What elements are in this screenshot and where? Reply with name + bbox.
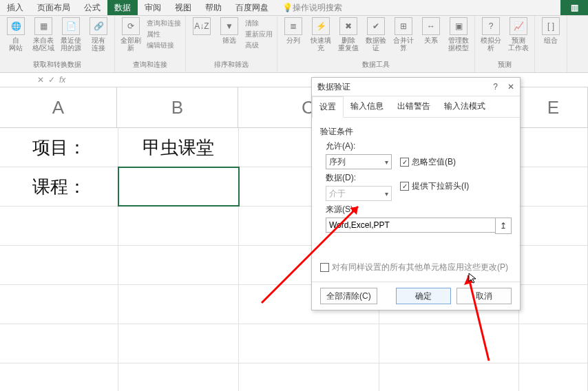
dropdown-checkbox[interactable]: ✓提供下拉箭头(I) [400, 180, 469, 192]
reapply-sub[interactable]: 重新应用 [245, 30, 273, 39]
ribbon-group-datatools: ≣分列 ⚡快速填充 ✖删除重复值 ✔数据验证 ⊞合并计算 ↔关系 ▣管理数据模型… [277, 16, 475, 72]
fx-icon[interactable]: fx [59, 75, 65, 85]
chevron-down-icon: ▾ [385, 158, 388, 166]
tab-settings[interactable]: 设置 [312, 96, 344, 118]
col-header-b[interactable]: B [117, 87, 238, 127]
tab-pagelayout[interactable]: 页面布局 [30, 0, 77, 15]
menu-bar: 插入 页面布局 公式 数据 审阅 视图 帮助 百度网盘 💡 操作说明搜索 ▥ [0, 0, 588, 16]
cell[interactable] [519, 363, 588, 391]
properties-sub[interactable]: 属性 [147, 30, 181, 39]
data-select: 介于▾ [326, 186, 392, 201]
clear-all-button[interactable]: 全部清除(C) [320, 288, 377, 304]
tab-help[interactable]: 帮助 [198, 0, 229, 15]
advanced-sub[interactable]: 高级 [245, 41, 273, 50]
cursor-icon [468, 273, 479, 284]
forecast-sheet-button[interactable]: 📈预测工作表 [507, 17, 530, 52]
cell[interactable] [0, 207, 118, 245]
cell[interactable] [239, 324, 379, 363]
ribbon: 🌐自网站 ▦来自表格/区域 📄最近使用的源 🔗现有连接 获取和转换数据 ⟳全部刷… [0, 16, 588, 73]
cell[interactable] [379, 324, 519, 363]
tab-data[interactable]: 数据 [107, 0, 138, 15]
ribbon-group-getdata: 🌐自网站 ▦来自表格/区域 📄最近使用的源 🔗现有连接 获取和转换数据 [0, 16, 115, 72]
cell[interactable] [118, 207, 240, 245]
cell[interactable] [0, 285, 118, 324]
section-label: 验证条件 [320, 126, 512, 138]
cell[interactable] [519, 207, 588, 245]
range-picker-icon[interactable]: ↥ [495, 218, 512, 234]
ignore-blank-label: 忽略空值(B) [412, 156, 456, 168]
apply-changes-label: 对有同样设置的所有其他单元格应用这些更改(P) [332, 262, 508, 273]
cell[interactable] [519, 324, 588, 363]
from-table-button[interactable]: ▦来自表格/区域 [32, 17, 55, 52]
cell[interactable] [239, 363, 379, 391]
group-label: 预测 [479, 60, 530, 71]
cell-a1[interactable]: 项目： [0, 128, 118, 167]
excel-logo-icon: ▥ [560, 0, 588, 15]
apply-changes-checkbox[interactable]: 对有同样设置的所有其他单元格应用这些更改(P) [320, 262, 512, 273]
chevron-down-icon: ▾ [385, 190, 388, 198]
cell-e1[interactable] [519, 128, 588, 167]
cell-b1[interactable]: 甲虫课堂 [118, 128, 240, 167]
group-label [539, 70, 563, 71]
source-input[interactable] [326, 218, 495, 233]
search-hint-label: 操作说明搜索 [293, 2, 342, 14]
cell[interactable] [118, 285, 240, 324]
from-web-button[interactable]: 🌐自网站 [4, 17, 28, 52]
relationships-button[interactable]: ↔关系 [419, 17, 443, 44]
ribbon-group-queries: ⟳全部刷新 查询和连接 属性 编辑链接 查询和连接 [115, 16, 186, 72]
cell[interactable] [0, 246, 118, 284]
sort-button[interactable]: A↓Z [190, 17, 213, 36]
col-header-a[interactable]: A [0, 87, 117, 127]
flash-fill-button[interactable]: ⚡快速填充 [309, 17, 333, 52]
consolidate-button[interactable]: ⊞合并计算 [392, 17, 415, 52]
tab-formulas[interactable]: 公式 [77, 0, 107, 15]
filter-button[interactable]: ▼筛选 [218, 17, 241, 44]
cancel-button[interactable]: 取消 [456, 288, 512, 304]
cell-e2[interactable] [519, 167, 588, 206]
search-hint[interactable]: 💡 操作说明搜索 [275, 0, 349, 15]
data-model-button[interactable]: ▣管理数据模型 [447, 17, 470, 52]
ribbon-group-sortfilter: A↓Z ▼筛选 清除 重新应用 高级 排序和筛选 [186, 16, 277, 72]
remove-dup-button[interactable]: ✖删除重复值 [337, 17, 360, 52]
cell[interactable] [118, 246, 240, 284]
col-header-e[interactable]: E [519, 87, 588, 127]
editlinks-sub[interactable]: 编辑链接 [147, 41, 181, 50]
tab-input-message[interactable]: 输入信息 [344, 96, 390, 117]
cell[interactable] [379, 363, 519, 391]
help-icon[interactable]: ? [493, 82, 498, 92]
ribbon-group-outline: [ ]组合 [535, 16, 567, 72]
cell[interactable] [118, 324, 240, 363]
cell[interactable] [519, 246, 588, 284]
whatif-button[interactable]: ?模拟分析 [479, 17, 503, 52]
ignore-blank-checkbox[interactable]: ✓忽略空值(B) [400, 156, 456, 168]
tab-error-alert[interactable]: 出错警告 [390, 96, 437, 117]
dialog-title: 数据验证 [317, 81, 350, 93]
tab-ime-mode[interactable]: 输入法模式 [437, 96, 492, 117]
ok-button[interactable]: 确定 [396, 288, 451, 304]
group-label: 排序和筛选 [190, 60, 273, 71]
existing-conn-button[interactable]: 🔗现有连接 [87, 17, 110, 52]
data-validation-button[interactable]: ✔数据验证 [364, 17, 388, 52]
cell[interactable] [118, 363, 240, 391]
tab-insert[interactable]: 插入 [0, 0, 30, 15]
recent-sources-button[interactable]: 📄最近使用的源 [59, 17, 83, 52]
tab-view[interactable]: 视图 [168, 0, 198, 15]
cancel-icon[interactable]: ✕ [37, 75, 44, 85]
clear-sub[interactable]: 清除 [245, 19, 273, 28]
tab-baidu[interactable]: 百度网盘 [229, 0, 275, 15]
close-icon[interactable]: ✕ [507, 82, 514, 92]
tab-review[interactable]: 审阅 [138, 0, 168, 15]
allow-select[interactable]: 序列▾ [326, 154, 392, 169]
group-button[interactable]: [ ]组合 [539, 17, 563, 44]
group-label: 查询和连接 [119, 60, 181, 71]
source-label: 来源(S): [326, 204, 512, 215]
cell-b2[interactable] [118, 167, 240, 206]
enter-icon[interactable]: ✓ [48, 75, 55, 85]
cell[interactable] [519, 285, 588, 324]
cell[interactable] [0, 324, 118, 363]
refresh-all-button[interactable]: ⟳全部刷新 [119, 17, 143, 52]
cell-a2[interactable]: 课程： [0, 167, 118, 206]
queries-sub[interactable]: 查询和连接 [147, 19, 181, 28]
text-to-columns-button[interactable]: ≣分列 [282, 17, 305, 44]
cell[interactable] [0, 363, 118, 391]
